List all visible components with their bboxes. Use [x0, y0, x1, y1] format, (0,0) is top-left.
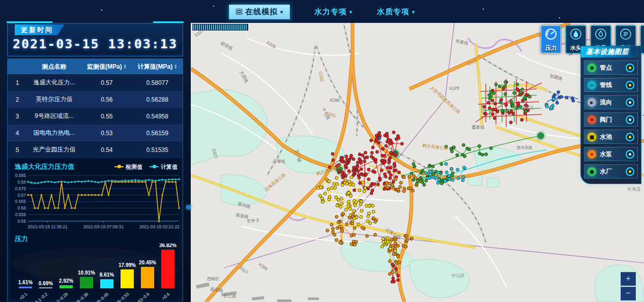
- update-time-panel: 更新时间 2021-03-15 13:03:13: [7, 23, 183, 56]
- velocity-icon: [619, 27, 632, 41]
- svg-text:0.2~0.28: 0.2~0.28: [53, 291, 69, 302]
- svg-text:2021-03-15 07:06:31: 2021-03-15 07:06:31: [83, 224, 124, 229]
- map-park-patches: [191, 25, 644, 302]
- facility-item-label: 管线: [600, 81, 622, 89]
- legend-marker: [114, 166, 124, 167]
- facility-item-管线[interactable]: ∽管线: [584, 78, 638, 92]
- svg-text:鹤大高速公路: 鹤大高速公路: [422, 143, 449, 150]
- zoom-in-button[interactable]: +: [621, 272, 636, 286]
- svg-text:金州区: 金州区: [520, 105, 534, 110]
- facility-toggle[interactable]: [626, 64, 634, 72]
- legend-label: 计算值: [161, 163, 178, 171]
- svg-text:0.45~0.53: 0.45~0.53: [112, 291, 130, 302]
- table-cell: 0.58077: [132, 74, 183, 91]
- svg-text:<0.1: <0.1: [18, 291, 28, 301]
- svg-text:0.555: 0.555: [15, 212, 26, 217]
- facility-item-水池[interactable]: ▣水池: [584, 130, 638, 144]
- svg-text:0.565: 0.565: [15, 199, 26, 204]
- nav-tab-3[interactable]: 水质专项▾: [377, 7, 415, 17]
- 流向-icon: ►: [588, 98, 596, 107]
- facility-item-流向[interactable]: ►流向: [584, 95, 638, 109]
- svg-text:0.56: 0.56: [17, 205, 26, 210]
- facility-item-阀门[interactable]: ×阀门: [584, 112, 638, 127]
- legend-item[interactable]: 计算值: [150, 163, 178, 171]
- table-row[interactable]: 4国电电力热电...0.530.56159: [8, 125, 183, 141]
- map-zoom-control: + −: [621, 272, 636, 300]
- sort-icon[interactable]: ▲▼: [174, 64, 177, 69]
- column-header-1: 测点名称: [27, 59, 81, 74]
- map-canvas[interactable]: S327稻养线X229大房线十七线G202东黄线X229大窑湾疏港高速公路沈海高…: [191, 23, 644, 302]
- update-time-value: 2021-03-15 13:03:13: [8, 37, 183, 51]
- table-cell: 0.51535: [132, 141, 183, 158]
- facility-panel-title: 基本设施图层: [581, 46, 641, 57]
- table-cell: 5: [8, 141, 27, 158]
- facility-item-label: 阀门: [600, 115, 622, 124]
- legend-marker: [150, 166, 159, 167]
- sort-icon[interactable]: ▲▼: [124, 64, 127, 69]
- table-row[interactable]: 39号路区域流...0.550.54958: [8, 108, 183, 125]
- facility-layers-panel: 基本设施图层 ⊕管点∽管线►流向×阀门▣水池+水泵◉水厂: [580, 46, 641, 184]
- chevron-down-icon: ▾: [412, 9, 415, 15]
- legend-item[interactable]: 检测值: [114, 163, 142, 171]
- facility-toggle[interactable]: [626, 150, 634, 159]
- pressure-gauge-icon: [544, 27, 558, 41]
- svg-text:西岗区: 西岗区: [207, 277, 219, 281]
- facility-item-label: 流向: [600, 98, 622, 107]
- facility-toggle[interactable]: [626, 115, 634, 124]
- pressure-distribution-bar-chart: 1.61%<0.10.69%0.1~0.22.92%0.2~0.2810.91%…: [8, 244, 183, 302]
- nav-tab-2[interactable]: 水力专项▾: [314, 7, 353, 17]
- table-row[interactable]: 1逸盛大化压力...0.570.58077: [8, 74, 183, 91]
- svg-text:S212: S212: [480, 103, 486, 113]
- table-row[interactable]: 5光产业园压力值0.540.51535: [8, 141, 183, 158]
- layer-button-压力[interactable]: 压力: [541, 25, 561, 53]
- table-body: 1逸盛大化压力...0.570.580772英特尔压力值0.560.562883…: [8, 74, 183, 158]
- water-head-icon: [569, 27, 582, 41]
- svg-text:0.28~0.38: 0.28~0.38: [71, 291, 89, 302]
- table-cell: 3: [8, 108, 27, 125]
- table-cell: 4: [8, 125, 27, 141]
- table-cell: 0.56: [81, 91, 132, 108]
- facility-item-水厂[interactable]: ◉水厂: [584, 164, 638, 178]
- layer-button-label: 压力: [545, 44, 557, 52]
- svg-text:0.38~0.45: 0.38~0.45: [92, 291, 109, 302]
- facility-item-管点[interactable]: ⊕管点: [584, 61, 638, 75]
- nav-tab-1[interactable]: 在线模拟▾: [229, 5, 290, 19]
- panel-collapse-button[interactable]: «: [181, 200, 196, 215]
- zoom-out-button[interactable]: −: [621, 287, 636, 300]
- table-cell: 国电电力热电...: [27, 125, 81, 141]
- 水泵-icon: +: [588, 150, 596, 159]
- svg-text:X286: X286: [257, 261, 269, 271]
- column-header-3[interactable]: 计算值(MPa)▲▼: [132, 59, 183, 74]
- table-cell: 英特尔压力值: [27, 91, 81, 108]
- svg-text:八海线: 八海线: [272, 158, 286, 164]
- 管线-icon: ∽: [588, 81, 596, 89]
- svg-text:0.1~0.2: 0.1~0.2: [34, 291, 48, 302]
- table-row[interactable]: 2英特尔压力值0.560.56288: [8, 91, 183, 108]
- svg-text:中山区: 中山区: [451, 273, 465, 278]
- column-header-2[interactable]: 监测值(MPa)▲▼: [81, 59, 132, 74]
- pressure-line-chart: 0.5850.580.5750.570.5650.560.5550.552021…: [8, 171, 183, 231]
- table-header: 测点名称监测值(MPa)▲▼计算值(MPa)▲▼: [8, 59, 183, 74]
- 管点-icon: ⊕: [588, 64, 596, 72]
- facility-item-水泵[interactable]: +水泵: [584, 147, 638, 161]
- map-scale-stripe: [192, 24, 248, 31]
- table-cell: 1: [8, 74, 27, 91]
- svg-text:>0.6: >0.6: [161, 291, 170, 301]
- bar-chart-header: 压力: [8, 233, 183, 244]
- nav-tab-label: 在线模拟: [245, 7, 278, 17]
- svg-text:甘井子: 甘井子: [247, 218, 260, 223]
- svg-text:1.61%: 1.61%: [18, 280, 33, 285]
- facility-toggle[interactable]: [626, 81, 634, 89]
- facility-toggle[interactable]: [626, 133, 634, 141]
- facility-toggle[interactable]: [626, 167, 634, 176]
- map-streams: [287, 33, 629, 220]
- facility-toggle[interactable]: [626, 98, 634, 107]
- layer-button-label: 水头: [570, 44, 581, 52]
- app-background: { "nav": { "tabs": [ {"label": "在线模拟", "…: [0, 0, 644, 302]
- bar-chart-title: 压力: [15, 234, 28, 244]
- line-chart-legend: 检测值计算值: [114, 163, 178, 171]
- svg-text:0.575: 0.575: [15, 186, 26, 191]
- svg-text:17.99%: 17.99%: [119, 262, 136, 268]
- table-cell: 0.56288: [132, 91, 183, 108]
- left-panel: 更新时间 2021-03-15 13:03:13 测点名称监测值(MPa)▲▼计…: [7, 23, 183, 302]
